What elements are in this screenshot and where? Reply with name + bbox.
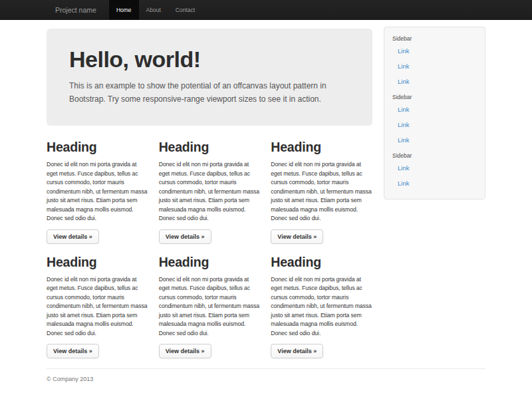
sidebar-group-2: Sidebar Link Link Link [391, 94, 478, 148]
sidebar-link[interactable]: Link [391, 102, 478, 117]
content-row: Hello, world! This is an example to show… [47, 20, 485, 358]
cards-row-1: Heading Donec id elit non mi porta gravi… [47, 139, 372, 244]
nav-item-home[interactable]: Home [109, 0, 139, 20]
card-heading: Heading [271, 139, 372, 155]
sidebar-group-1: Sidebar Link Link Link [391, 35, 478, 89]
view-details-button[interactable]: View details » [271, 344, 323, 358]
page-title: Hello, world! [69, 47, 350, 72]
card: Heading Donec id elit non mi porta gravi… [47, 254, 148, 359]
sidebar-panel: Sidebar Link Link Link Sidebar Link Link… [384, 27, 485, 200]
main-column: Hello, world! This is an example to show… [47, 20, 372, 358]
page-container: Hello, world! This is an example to show… [47, 20, 485, 382]
sidebar-link[interactable]: Link [391, 160, 478, 176]
sidebar-group-title: Sidebar [392, 94, 478, 100]
sidebar-link[interactable]: Link [391, 117, 478, 132]
card-body-text: Donec id elit non mi porta gravida at eg… [159, 275, 261, 338]
sidebar-link[interactable]: Link [391, 132, 478, 148]
copyright-text: © Company 2013 [47, 376, 485, 382]
card-heading: Heading [159, 139, 261, 155]
card: Heading Donec id elit non mi porta gravi… [159, 139, 261, 244]
view-details-button[interactable]: View details » [47, 229, 99, 244]
view-details-button[interactable]: View details » [159, 344, 211, 358]
card: Heading Donec id elit non mi porta gravi… [47, 139, 148, 244]
view-details-button[interactable]: View details » [271, 229, 323, 244]
sidebar-link[interactable]: Link [391, 43, 478, 59]
card-body-text: Donec id elit non mi porta gravida at eg… [271, 275, 372, 338]
cards-row-2: Heading Donec id elit non mi porta gravi… [47, 254, 372, 359]
card-heading: Heading [159, 254, 261, 270]
card-body-text: Donec id elit non mi porta gravida at eg… [47, 275, 148, 338]
card: Heading Donec id elit non mi porta gravi… [271, 139, 372, 244]
sidebar-group-3: Sidebar Link Link [391, 152, 478, 191]
sidebar-link[interactable]: Link [391, 59, 478, 74]
jumbotron-description: This is an example to show the potential… [69, 79, 350, 106]
sidebar-link[interactable]: Link [391, 176, 478, 191]
nav-item-contact[interactable]: Contact [168, 0, 202, 20]
card: Heading Donec id elit non mi porta gravi… [159, 254, 261, 359]
nav-links: Home About Contact [109, 0, 202, 20]
navbar-inner: Project name Home About Contact [47, 0, 485, 20]
view-details-button[interactable]: View details » [47, 344, 99, 358]
navbar: Project name Home About Contact [0, 0, 532, 20]
card-body-text: Donec id elit non mi porta gravida at eg… [47, 160, 148, 223]
card-heading: Heading [271, 254, 372, 270]
sidebar-link[interactable]: Link [391, 74, 478, 89]
card-heading: Heading [47, 254, 148, 270]
card-body-text: Donec id elit non mi porta gravida at eg… [271, 160, 372, 223]
view-details-button[interactable]: View details » [159, 229, 211, 244]
jumbotron: Hello, world! This is an example to show… [47, 29, 372, 126]
footer: © Company 2013 [47, 368, 485, 382]
brand-link[interactable]: Project name [47, 0, 103, 20]
card-body-text: Donec id elit non mi porta gravida at eg… [159, 160, 261, 223]
card-heading: Heading [47, 139, 148, 155]
sidebar-column: Sidebar Link Link Link Sidebar Link Link… [384, 20, 485, 200]
sidebar-group-title: Sidebar [392, 35, 478, 42]
card: Heading Donec id elit non mi porta gravi… [271, 254, 372, 359]
nav-item-about[interactable]: About [139, 0, 168, 20]
sidebar-group-title: Sidebar [392, 152, 478, 159]
